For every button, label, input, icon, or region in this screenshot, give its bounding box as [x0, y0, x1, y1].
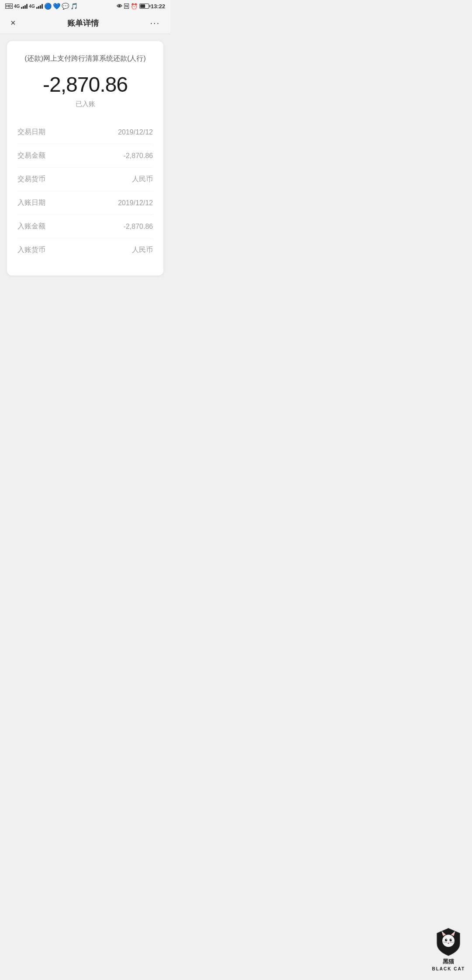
status-bar: HD 4G 4G 🔵 💙 💬 🎵 👁 N ⏰ 13:22 [0, 0, 170, 12]
gray-area [0, 283, 170, 457]
detail-value: -2,870.86 [123, 152, 153, 160]
detail-row: 交易金额-2,870.86 [17, 144, 153, 168]
more-button[interactable]: ··· [146, 14, 163, 31]
close-button[interactable]: × [7, 14, 19, 31]
detail-row: 入账日期2019/12/12 [17, 191, 153, 215]
detail-row: 交易货币人民币 [17, 168, 153, 191]
nav-bar: × 账单详情 ··· [0, 12, 170, 34]
nfc-icon: N [124, 3, 129, 9]
detail-label: 交易日期 [17, 128, 45, 137]
detail-rows: 交易日期2019/12/12交易金额-2,870.86交易货币人民币入账日期20… [17, 121, 153, 262]
alarm-icon: ⏰ [131, 3, 138, 10]
detail-row: 入账金额-2,870.86 [17, 215, 153, 238]
transaction-status: 已入账 [17, 100, 153, 108]
app-icon-1: 🔵 [44, 3, 52, 10]
main-content: (还款)网上支付跨行清算系统还款(人行) -2,870.86 已入账 交易日期2… [0, 34, 170, 283]
detail-row: 入账货币人民币 [17, 238, 153, 262]
network-4g: 4G [14, 4, 20, 9]
detail-value: -2,870.86 [123, 223, 153, 231]
battery-fill [140, 4, 146, 8]
app-icon-4: 🎵 [70, 3, 78, 10]
app-icon-2: 💙 [53, 3, 60, 10]
detail-row: 交易日期2019/12/12 [17, 121, 153, 144]
transaction-title: (还款)网上支付跨行清算系统还款(人行) [17, 53, 153, 64]
hd1-label: HD [5, 3, 13, 9]
signal-bars-1 [21, 3, 28, 9]
detail-value: 人民币 [132, 175, 153, 184]
detail-label: 入账日期 [17, 198, 45, 207]
detail-value: 人民币 [132, 245, 153, 255]
detail-label: 交易金额 [17, 151, 45, 160]
page-title: 账单详情 [67, 18, 99, 28]
network-4g-2: 4G [29, 4, 35, 9]
battery-icon [139, 3, 149, 9]
detail-value: 2019/12/12 [118, 128, 153, 136]
status-left: HD 4G 4G 🔵 💙 💬 🎵 [5, 3, 78, 10]
detail-value: 2019/12/12 [118, 199, 153, 207]
detail-label: 入账金额 [17, 222, 45, 231]
detail-label: 交易货币 [17, 175, 45, 184]
status-right: 👁 N ⏰ 13:22 [117, 3, 165, 10]
app-icon-3: 💬 [62, 3, 69, 10]
detail-label: 入账货币 [17, 245, 45, 255]
signal-bars-2 [36, 3, 43, 9]
transaction-card: (还款)网上支付跨行清算系统还款(人行) -2,870.86 已入账 交易日期2… [7, 41, 163, 276]
eye-icon: 👁 [117, 3, 122, 10]
amount-display: -2,870.86 [17, 72, 153, 97]
time-display: 13:22 [151, 3, 165, 10]
